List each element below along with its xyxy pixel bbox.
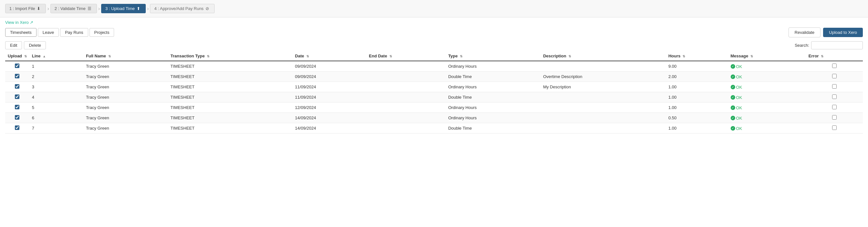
upload-checkbox-0[interactable] xyxy=(15,64,20,68)
tabs-row: Timesheets Leave Pay Runs Projects Reval… xyxy=(0,26,868,40)
col-line[interactable]: Line ▲ xyxy=(29,51,83,61)
step-3[interactable]: 3 : Upload Time ⬆ xyxy=(101,4,146,13)
ok-circle-5: ✓ xyxy=(731,116,735,120)
upload-checkbox-4[interactable] xyxy=(15,105,20,109)
cell-transtype-2: TIMESHEET xyxy=(168,82,292,92)
cell-error-4[interactable] xyxy=(806,103,863,113)
step-2[interactable]: 2 : Validate Time ☰ xyxy=(51,4,97,13)
cell-type-0: Ordinary Hours xyxy=(446,61,540,72)
edit-button[interactable]: Edit xyxy=(5,41,22,49)
cell-upload-1[interactable] xyxy=(5,72,29,82)
upload-checkbox-1[interactable] xyxy=(15,74,20,78)
col-description[interactable]: Description ⇅ xyxy=(540,51,666,61)
cell-enddate-0 xyxy=(367,61,446,72)
col-upload[interactable]: Upload ⇅ xyxy=(5,51,29,61)
col-message[interactable]: Message ⇅ xyxy=(728,51,806,61)
cell-error-5[interactable] xyxy=(806,113,863,123)
upload-checkbox-6[interactable] xyxy=(15,125,20,130)
cell-type-1: Double Time xyxy=(446,72,540,82)
table-row: 1 Tracy Green TIMESHEET 09/09/2024 Ordin… xyxy=(5,61,863,72)
col-hours-label: Hours xyxy=(668,53,681,59)
col-date[interactable]: Date ⇅ xyxy=(292,51,367,61)
cell-hours-1: 2.00 xyxy=(666,72,728,82)
upload-checkbox-2[interactable] xyxy=(15,84,20,89)
step-4[interactable]: 4 : Approve/Add Pay Runs ⊘ xyxy=(150,4,214,13)
delete-button[interactable]: Delete xyxy=(24,41,46,49)
ok-circle-6: ✓ xyxy=(731,126,735,130)
cell-enddate-3 xyxy=(367,92,446,103)
ok-circle-1: ✓ xyxy=(731,74,735,79)
col-transtype[interactable]: Transaction Type ⇅ xyxy=(168,51,292,61)
upload-checkbox-5[interactable] xyxy=(15,115,20,120)
cell-error-6[interactable] xyxy=(806,123,863,134)
cell-fullname-5: Tracy Green xyxy=(83,113,168,123)
error-checkbox-5[interactable] xyxy=(832,115,837,120)
cell-upload-3[interactable] xyxy=(5,92,29,103)
cell-error-2[interactable] xyxy=(806,82,863,92)
cell-enddate-5 xyxy=(367,113,446,123)
cell-line-6: 7 xyxy=(29,123,83,134)
col-hours[interactable]: Hours ⇅ xyxy=(666,51,728,61)
col-error[interactable]: Error ⇅ xyxy=(806,51,863,61)
tab-payruns[interactable]: Pay Runs xyxy=(60,28,88,37)
error-checkbox-1[interactable] xyxy=(832,74,837,78)
step-2-label: 2 : Validate Time xyxy=(55,6,86,11)
search-input[interactable] xyxy=(811,41,863,49)
cell-fullname-0: Tracy Green xyxy=(83,61,168,72)
error-checkbox-4[interactable] xyxy=(832,105,837,109)
col-fullname[interactable]: Full Name ⇅ xyxy=(83,51,168,61)
cell-upload-0[interactable] xyxy=(5,61,29,72)
step-1[interactable]: 1 : Import File ⬇ xyxy=(5,4,46,13)
cell-fullname-4: Tracy Green xyxy=(83,103,168,113)
revalidate-button[interactable]: Revalidate xyxy=(788,27,820,37)
cell-line-0: 1 xyxy=(29,61,83,72)
upload-to-xero-button[interactable]: Upload to Xero xyxy=(823,28,863,37)
error-checkbox-2[interactable] xyxy=(832,84,837,89)
cell-error-1[interactable] xyxy=(806,72,863,82)
cell-upload-5[interactable] xyxy=(5,113,29,123)
sort-type-icon: ⇅ xyxy=(460,54,462,58)
data-table: Upload ⇅ Line ▲ Full Name ⇅ Transaction … xyxy=(5,51,863,134)
col-enddate[interactable]: End Date ⇅ xyxy=(367,51,446,61)
ok-badge-0: ✓ OK xyxy=(731,64,742,69)
arrow-2: › xyxy=(98,6,100,12)
cell-description-0 xyxy=(540,61,666,72)
tab-projects[interactable]: Projects xyxy=(90,28,115,37)
cell-line-3: 4 xyxy=(29,92,83,103)
cell-type-3: Double Time xyxy=(446,92,540,103)
error-checkbox-6[interactable] xyxy=(832,125,837,130)
upload-checkbox-3[interactable] xyxy=(15,94,20,99)
error-checkbox-0[interactable] xyxy=(832,64,837,68)
col-date-label: Date xyxy=(295,53,304,59)
cell-fullname-2: Tracy Green xyxy=(83,82,168,92)
cell-upload-2[interactable] xyxy=(5,82,29,92)
tab-timesheets[interactable]: Timesheets xyxy=(5,28,36,37)
tab-leave[interactable]: Leave xyxy=(38,28,59,37)
cell-upload-6[interactable] xyxy=(5,123,29,134)
cell-fullname-6: Tracy Green xyxy=(83,123,168,134)
ok-badge-5: ✓ OK xyxy=(731,116,742,121)
cell-transtype-4: TIMESHEET xyxy=(168,103,292,113)
cell-upload-4[interactable] xyxy=(5,103,29,113)
cell-transtype-5: TIMESHEET xyxy=(168,113,292,123)
step-3-label: 3 : Upload Time xyxy=(105,6,135,11)
col-fullname-label: Full Name xyxy=(86,53,106,59)
cell-description-5 xyxy=(540,113,666,123)
cell-error-0[interactable] xyxy=(806,61,863,72)
table-header-row: Upload ⇅ Line ▲ Full Name ⇅ Transaction … xyxy=(5,51,863,61)
col-type-label: Type xyxy=(448,53,458,59)
cell-hours-5: 0.50 xyxy=(666,113,728,123)
sort-transtype-icon: ⇅ xyxy=(207,54,209,58)
cell-error-3[interactable] xyxy=(806,92,863,103)
cell-type-4: Ordinary Hours xyxy=(446,103,540,113)
import-icon: ⬇ xyxy=(37,6,40,11)
col-type[interactable]: Type ⇅ xyxy=(446,51,540,61)
col-line-label: Line xyxy=(32,53,41,59)
cell-message-0: ✓ OK xyxy=(728,61,806,72)
sort-fullname-icon: ⇅ xyxy=(108,54,111,58)
error-checkbox-3[interactable] xyxy=(832,94,837,99)
view-in-xero-link[interactable]: View in Xero ↗ xyxy=(5,20,33,25)
table-row: 2 Tracy Green TIMESHEET 09/09/2024 Doubl… xyxy=(5,72,863,82)
cell-line-4: 5 xyxy=(29,103,83,113)
table-container: Upload ⇅ Line ▲ Full Name ⇅ Transaction … xyxy=(0,51,868,134)
